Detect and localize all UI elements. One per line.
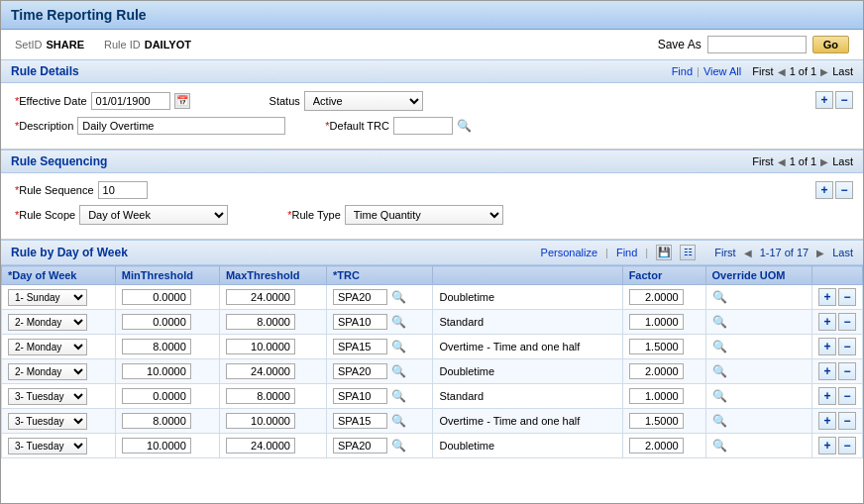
remove-row-button[interactable]: − — [838, 288, 856, 306]
default-trc-search-icon[interactable]: 🔍 — [457, 118, 473, 134]
remove-row-button[interactable]: − — [838, 387, 856, 405]
download-icon[interactable]: 💾 — [656, 245, 672, 260]
trc-search-icon[interactable]: 🔍 — [390, 388, 406, 404]
default-trc-input[interactable] — [393, 117, 453, 135]
factor-input[interactable] — [629, 438, 684, 454]
min-threshold-input[interactable] — [122, 363, 191, 379]
add-rule-seq-button[interactable]: + — [815, 181, 833, 199]
day-select[interactable]: 1- Sunday2- Monday3- Tuesday4- Wednesday… — [8, 413, 87, 430]
override-uom-search-icon[interactable]: 🔍 — [712, 289, 728, 305]
override-uom-search-icon[interactable]: 🔍 — [712, 339, 728, 354]
trc-search-icon[interactable]: 🔍 — [390, 314, 406, 330]
remove-row-button[interactable]: − — [838, 412, 856, 430]
override-uom-search-icon[interactable]: 🔍 — [712, 388, 728, 404]
trc-input[interactable] — [333, 289, 387, 305]
save-as-input[interactable] — [707, 36, 807, 53]
factor-input[interactable] — [629, 413, 684, 429]
override-uom-search-icon[interactable]: 🔍 — [712, 363, 728, 379]
cell-max — [219, 384, 326, 409]
table-header-row: *Day of Week MinThreshold MaxThreshold *… — [2, 266, 863, 285]
rule-scope-select[interactable]: Day of Week Period Rolling Period — [79, 205, 228, 225]
remove-row-button[interactable]: − — [838, 362, 856, 380]
add-row-button[interactable]: + — [818, 362, 836, 380]
remove-rule-detail-button[interactable]: − — [835, 91, 853, 109]
add-rule-detail-button[interactable]: + — [815, 91, 833, 109]
max-threshold-input[interactable] — [226, 438, 295, 454]
dow-next-arrow[interactable]: ▶ — [816, 248, 824, 258]
trc-search-icon[interactable]: 🔍 — [390, 438, 406, 454]
add-row-button[interactable]: + — [818, 387, 836, 405]
day-select[interactable]: 1- Sunday2- Monday3- Tuesday4- Wednesday… — [8, 314, 87, 331]
trc-search-icon[interactable]: 🔍 — [390, 289, 406, 305]
trc-input[interactable] — [333, 438, 387, 454]
rule-sequencing-title: Rule Sequencing — [11, 154, 107, 168]
min-threshold-input[interactable] — [122, 388, 191, 404]
remove-row-button[interactable]: − — [838, 338, 856, 355]
min-threshold-input[interactable] — [122, 413, 191, 429]
prev-arrow[interactable]: ◀ — [778, 66, 786, 77]
seq-next-arrow[interactable]: ▶ — [820, 156, 828, 167]
max-threshold-input[interactable] — [226, 314, 295, 330]
day-select[interactable]: 1- Sunday2- Monday3- Tuesday4- Wednesday… — [8, 339, 87, 355]
factor-input[interactable] — [629, 388, 684, 404]
day-select[interactable]: 1- Sunday2- Monday3- Tuesday4- Wednesday… — [8, 388, 87, 405]
add-row-button[interactable]: + — [818, 288, 836, 306]
day-select[interactable]: 1- Sunday2- Monday3- Tuesday4- Wednesday… — [8, 363, 87, 380]
day-select[interactable]: 1- Sunday2- Monday3- Tuesday4- Wednesday… — [8, 438, 87, 454]
description-input[interactable] — [77, 117, 285, 135]
factor-input[interactable] — [629, 363, 684, 379]
max-threshold-input[interactable] — [226, 388, 295, 404]
trc-input[interactable] — [333, 363, 387, 379]
remove-rule-seq-button[interactable]: − — [835, 181, 853, 199]
factor-input[interactable] — [629, 289, 684, 305]
max-threshold-input[interactable] — [226, 339, 295, 354]
calendar-icon[interactable]: 📅 — [174, 93, 190, 109]
max-threshold-input[interactable] — [226, 363, 295, 379]
find-link[interactable]: Find — [672, 65, 693, 77]
trc-input[interactable] — [333, 388, 387, 404]
trc-input[interactable] — [333, 413, 387, 429]
day-select[interactable]: 1- Sunday2- Monday3- Tuesday4- Wednesday… — [8, 289, 87, 306]
trc-input[interactable] — [333, 314, 387, 330]
override-uom-search-icon[interactable]: 🔍 — [712, 314, 728, 330]
table-row: 1- Sunday2- Monday3- Tuesday4- Wednesday… — [2, 310, 863, 335]
go-button[interactable]: Go — [812, 36, 849, 53]
trc-search-icon[interactable]: 🔍 — [390, 363, 406, 379]
cell-actions: + − — [812, 335, 863, 359]
override-uom-search-icon[interactable]: 🔍 — [712, 438, 728, 454]
trc-search-icon[interactable]: 🔍 — [390, 339, 406, 354]
effective-date-input[interactable] — [91, 92, 170, 110]
grid-icon[interactable]: ☷ — [680, 245, 696, 260]
personalize-link[interactable]: Personalize — [541, 247, 597, 258]
rule-sequence-input[interactable] — [98, 181, 148, 199]
dow-prev-arrow[interactable]: ◀ — [744, 248, 752, 258]
cell-desc: Doubletime — [433, 285, 622, 310]
seq-prev-arrow[interactable]: ◀ — [778, 156, 786, 167]
override-uom-search-icon[interactable]: 🔍 — [712, 413, 728, 429]
min-threshold-input[interactable] — [122, 314, 191, 330]
max-threshold-input[interactable] — [226, 289, 295, 305]
min-threshold-input[interactable] — [122, 339, 191, 354]
setid-label: SetID — [15, 39, 43, 50]
add-row-button[interactable]: + — [818, 437, 836, 454]
next-arrow[interactable]: ▶ — [820, 66, 828, 77]
view-all-link[interactable]: View All — [703, 65, 741, 77]
dow-last-label: Last — [832, 247, 853, 258]
min-threshold-input[interactable] — [122, 289, 191, 305]
cell-max — [219, 285, 326, 310]
min-threshold-input[interactable] — [122, 438, 191, 454]
max-threshold-input[interactable] — [226, 413, 295, 429]
add-row-button[interactable]: + — [818, 338, 836, 355]
dow-find-link[interactable]: Find — [616, 247, 637, 258]
trc-input[interactable] — [333, 339, 387, 354]
rule-type-select[interactable]: Time Quantity Time Balance — [345, 205, 503, 225]
rule-sequence-field: *Rule Sequence — [15, 181, 148, 199]
status-select[interactable]: Active Inactive — [304, 91, 423, 111]
remove-row-button[interactable]: − — [838, 437, 856, 454]
factor-input[interactable] — [629, 339, 684, 354]
add-row-button[interactable]: + — [818, 313, 836, 331]
add-row-button[interactable]: + — [818, 412, 836, 430]
trc-search-icon[interactable]: 🔍 — [390, 413, 406, 429]
factor-input[interactable] — [629, 314, 684, 330]
remove-row-button[interactable]: − — [838, 313, 856, 331]
